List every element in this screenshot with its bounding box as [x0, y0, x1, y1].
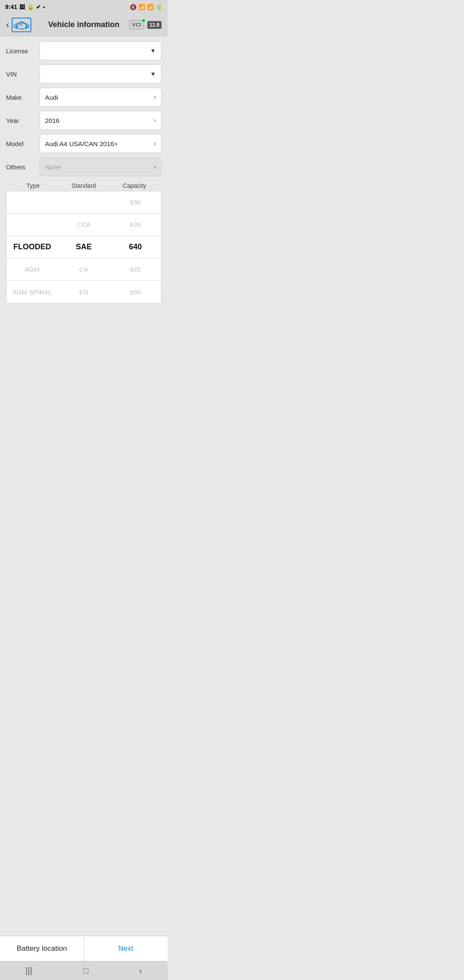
svg-point-2	[25, 25, 27, 28]
table-header: Type Standard Capacity	[6, 182, 162, 189]
row3-type: AGM	[6, 266, 58, 273]
status-right: 🔇 📶 📶 🔋	[130, 4, 162, 10]
lock-icon: 🔒	[27, 4, 34, 10]
vin-logo-svg: VIN	[13, 18, 30, 31]
mute-icon: 🔇	[130, 4, 137, 10]
col-standard-header: Standard	[58, 182, 109, 189]
table-row-selected[interactable]: FLOODED SAE 640	[6, 236, 161, 258]
vin-label: VIN	[6, 70, 36, 78]
row1-standard: CCA	[58, 221, 110, 228]
header: ‹ VIN Vehicle information VCI 11.9	[0, 14, 168, 36]
make-row: Make Audi ›	[6, 88, 162, 107]
row4-capacity: 650	[110, 288, 161, 296]
others-input[interactable]: None ›	[40, 157, 162, 176]
make-value: Audi	[45, 94, 58, 101]
others-chevron-icon: ›	[154, 163, 156, 171]
others-label: Others	[6, 163, 36, 171]
col-capacity-header: Capacity	[109, 182, 160, 189]
row3-standard: CA	[58, 266, 110, 273]
back-button[interactable]: ‹	[6, 19, 9, 31]
svg-point-1	[15, 25, 18, 28]
vin-row: VIN ▼	[6, 64, 162, 83]
make-label: Make	[6, 94, 36, 101]
battery-table-body: 630 CCA 635 FLOODED SAE 640 AGM CA 645	[6, 191, 162, 303]
vci-badge: VCI	[129, 20, 144, 29]
table-row[interactable]: CCA 635	[6, 214, 161, 236]
svg-text:VIN: VIN	[18, 23, 23, 26]
col-type-header: Type	[8, 182, 58, 189]
model-chevron-icon: ›	[154, 140, 156, 147]
make-chevron-icon: ›	[154, 93, 156, 101]
row2-type: FLOODED	[6, 242, 58, 251]
license-dropdown-icon: ▼	[150, 47, 156, 54]
status-time: 9:41	[5, 3, 17, 10]
signal-icon: 📶	[147, 4, 154, 10]
header-right: VCI 11.9	[129, 20, 162, 29]
row2-capacity: 640	[110, 242, 161, 251]
battery-voltage-badge: 11.9	[147, 21, 162, 29]
table-row[interactable]: AGM CA 645	[6, 258, 161, 281]
wifi-icon: 📶	[138, 4, 145, 10]
row4-standard: EN	[58, 288, 110, 296]
vin-dropdown-icon: ▼	[150, 70, 156, 77]
others-row: Others None ›	[6, 157, 162, 176]
row1-capacity: 635	[110, 221, 161, 228]
header-left: ‹ VIN	[6, 18, 31, 32]
vin-input[interactable]: ▼	[40, 64, 162, 83]
license-input[interactable]: ▼	[40, 41, 162, 60]
vin-logo[interactable]: VIN	[12, 18, 31, 32]
battery-icon: 🔋	[156, 4, 162, 10]
page-title: Vehicle information	[48, 20, 119, 29]
license-label: License	[6, 47, 36, 55]
main-content: License ▼ VIN ▼ Make Audi › Year 2016 › …	[0, 36, 168, 309]
battery-table-section: Type Standard Capacity 630 CCA 635 FLOOD…	[6, 182, 162, 303]
table-row[interactable]: 630	[6, 191, 161, 214]
vci-connected-dot	[141, 18, 146, 23]
row2-standard: SAE	[58, 242, 110, 251]
photo-icon: 🖼	[19, 4, 25, 10]
year-input[interactable]: 2016 ›	[40, 111, 162, 130]
year-value: 2016	[45, 117, 59, 124]
dot-icon: •	[43, 4, 45, 10]
model-value: Audi A4 USA/CAN 2016>	[45, 140, 118, 147]
year-chevron-icon: ›	[154, 116, 156, 124]
row3-capacity: 645	[110, 266, 161, 273]
others-value: None	[45, 163, 61, 171]
row0-capacity: 630	[110, 199, 161, 206]
row4-type: AGM SPIRAL	[6, 288, 58, 296]
status-left: 9:41 🖼 🔒 ✔ •	[5, 3, 45, 10]
status-bar: 9:41 🖼 🔒 ✔ • 🔇 📶 📶 🔋	[0, 0, 168, 14]
table-row[interactable]: AGM SPIRAL EN 650	[6, 281, 161, 303]
license-row: License ▼	[6, 41, 162, 60]
make-input[interactable]: Audi ›	[40, 88, 162, 107]
year-row: Year 2016 ›	[6, 111, 162, 130]
check-icon: ✔	[36, 4, 41, 10]
model-input[interactable]: Audi A4 USA/CAN 2016> ›	[40, 134, 162, 153]
year-label: Year	[6, 117, 36, 124]
model-label: Model	[6, 140, 36, 147]
model-row: Model Audi A4 USA/CAN 2016> ›	[6, 134, 162, 153]
